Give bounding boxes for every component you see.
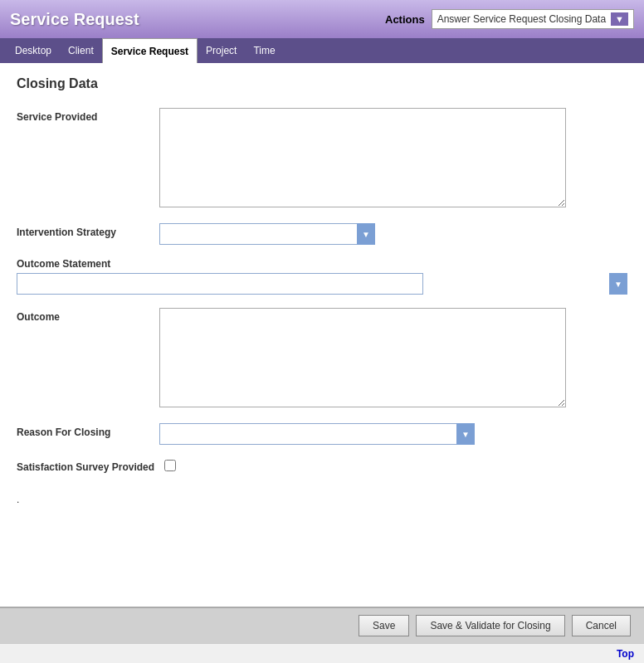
intervention-strategy-select[interactable] <box>159 223 375 245</box>
service-provided-textarea[interactable] <box>159 108 566 207</box>
nav-item-service-request[interactable]: Service Request <box>102 38 198 63</box>
actions-dropdown-text: Answer Service Request Closing Data <box>437 13 606 25</box>
satisfaction-survey-row: Satisfaction Survey Provided <box>17 458 627 474</box>
outcome-textarea[interactable] <box>159 308 566 407</box>
save-validate-button[interactable]: Save & Validate for Closing <box>416 615 564 636</box>
nav-item-time[interactable]: Time <box>245 38 283 63</box>
intervention-strategy-label: Intervention Strategy <box>17 223 149 238</box>
outcome-statement-label: Outcome Statement <box>17 258 627 270</box>
cancel-button[interactable]: Cancel <box>572 615 631 636</box>
satisfaction-survey-label: Satisfaction Survey Provided <box>17 458 154 473</box>
outcome-statement-select[interactable] <box>17 273 423 295</box>
outcome-row: Outcome <box>17 308 627 410</box>
reason-for-closing-row: Reason For Closing <box>17 423 627 445</box>
top-link[interactable]: Top <box>617 648 634 660</box>
nav-item-desktop[interactable]: Desktop <box>7 38 60 63</box>
main-content-area: Closing Data Service Provided Interventi… <box>0 63 644 607</box>
page-title: Closing Data <box>17 76 627 91</box>
intervention-strategy-row: Intervention Strategy <box>17 223 627 245</box>
outcome-field <box>159 308 627 410</box>
service-provided-field <box>159 108 627 210</box>
dot-text: . <box>17 494 19 505</box>
reason-for-closing-label: Reason For Closing <box>17 423 149 438</box>
header-actions-area: Actions Answer Service Request Closing D… <box>385 9 634 29</box>
navigation-bar: Desktop Client Service Request Project T… <box>0 38 644 63</box>
footer-action-bar: Save Save & Validate for Closing Cancel <box>0 607 644 643</box>
service-provided-row: Service Provided <box>17 108 627 210</box>
nav-item-project[interactable]: Project <box>198 38 245 63</box>
service-provided-label: Service Provided <box>17 108 149 123</box>
actions-dropdown[interactable]: Answer Service Request Closing Data ▼ <box>432 9 634 29</box>
intervention-strategy-field <box>159 223 627 245</box>
satisfaction-survey-checkbox[interactable] <box>164 460 176 471</box>
outcome-label: Outcome <box>17 308 149 323</box>
outcome-statement-select-wrapper <box>17 273 627 295</box>
app-header: Service Request Actions Answer Service R… <box>0 0 644 38</box>
nav-item-client[interactable]: Client <box>60 38 102 63</box>
bottom-bar: Top <box>0 643 644 663</box>
actions-dropdown-arrow-icon: ▼ <box>611 12 628 26</box>
dot-row: . <box>17 487 627 512</box>
satisfaction-survey-field <box>164 458 627 474</box>
reason-for-closing-select-wrapper <box>159 423 475 445</box>
closing-data-form: Service Provided Intervention Strategy O… <box>17 108 627 512</box>
intervention-strategy-select-wrapper <box>159 223 375 245</box>
app-title: Service Request <box>10 10 139 29</box>
reason-for-closing-field <box>159 423 627 445</box>
reason-for-closing-select[interactable] <box>159 423 475 445</box>
save-button[interactable]: Save <box>359 615 409 636</box>
actions-label: Actions <box>385 13 425 26</box>
outcome-statement-section: Outcome Statement <box>17 258 627 295</box>
